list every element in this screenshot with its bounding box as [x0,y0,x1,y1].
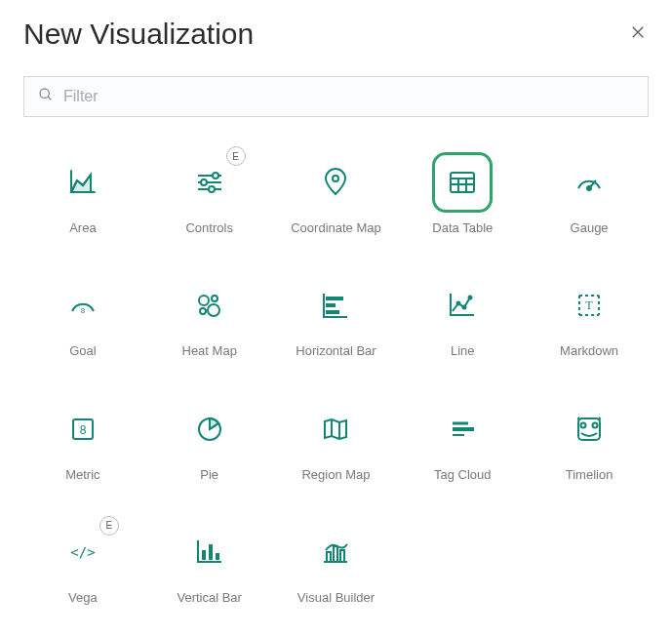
viz-tile-gauge[interactable]: Gauge [532,152,647,236]
viz-tile-visual-builder[interactable]: Visual Builder [279,522,394,606]
viz-tile-label: Coordinate Map [291,220,381,236]
close-button[interactable] [627,21,649,47]
svg-point-5 [201,179,207,185]
coordinate-map-icon [305,152,366,213]
metric-icon: 8 [53,399,113,459]
svg-point-0 [40,89,49,98]
viz-tile-label: Line [451,343,475,359]
goal-icon: 8 [53,275,113,336]
svg-rect-46 [334,546,337,562]
visual-builder-icon [305,522,366,582]
close-icon [631,25,645,42]
filter-container[interactable] [23,76,649,117]
viz-tile-label: Tag Cloud [434,467,492,483]
viz-tile-coordinate-map[interactable]: Coordinate Map [279,152,394,236]
viz-tile-controls[interactable]: EControls [152,152,267,236]
viz-tile-label: Heat Map [182,343,237,359]
svg-line-1 [48,97,51,99]
viz-tile-label: Horizontal Bar [296,343,376,359]
viz-tile-label: Vega [68,590,98,606]
viz-tile-label: Goal [69,343,96,359]
svg-text:</>: </> [70,544,95,560]
filter-input[interactable] [63,88,634,105]
viz-tile-line[interactable]: Line [405,275,520,359]
svg-point-17 [199,296,209,305]
viz-tile-label: Metric [65,467,99,483]
viz-tile-horizontal-bar[interactable]: Horizontal Bar [279,275,394,359]
dialog-title: New Visualization [23,18,254,51]
svg-point-8 [333,176,338,181]
heat-map-icon [179,275,240,336]
svg-point-3 [213,173,218,179]
viz-tile-tag-cloud[interactable]: Tag Cloud [405,399,520,483]
viz-tile-label: Visual Builder [297,590,375,606]
line-icon [432,275,493,336]
viz-tile-region-map[interactable]: Region Map [279,399,394,483]
viz-tile-metric[interactable]: 8Metric [25,399,140,483]
viz-tile-pie[interactable]: Pie [152,399,267,483]
svg-point-38 [581,422,586,427]
svg-point-39 [593,422,598,427]
svg-rect-43 [209,544,213,560]
viz-tile-label: Vertical Bar [177,590,241,606]
experimental-badge: E [99,516,119,536]
viz-tile-label: Pie [200,467,218,483]
region-map-icon [305,399,366,459]
svg-rect-9 [451,173,474,192]
svg-point-19 [208,304,219,316]
viz-tile-timelion[interactable]: Timelion [532,399,647,483]
viz-tile-label: Controls [185,220,232,236]
svg-point-18 [212,296,217,301]
data-table-icon [432,152,493,213]
svg-point-7 [209,186,215,192]
viz-tile-label: Region Map [301,467,370,483]
viz-tile-label: Markdown [560,343,618,359]
visualization-grid: AreaEControlsCoordinate MapData TableGau… [23,152,649,606]
markdown-icon: T [559,275,619,336]
viz-tile-label: Data Table [432,220,493,236]
vertical-bar-icon [179,522,240,582]
experimental-badge: E [226,146,246,166]
viz-tile-label: Gauge [571,220,609,236]
viz-tile-heat-map[interactable]: Heat Map [152,275,267,359]
timelion-icon [559,399,619,459]
area-icon [53,152,113,213]
vega-icon: </>E [53,522,113,582]
tag-cloud-icon [432,399,493,459]
viz-tile-data-table[interactable]: Data Table [405,152,520,236]
svg-text:8: 8 [81,306,86,315]
viz-tile-label: Area [69,220,96,236]
svg-point-20 [200,308,206,314]
viz-tile-label: Timelion [566,467,613,483]
pie-icon [179,399,240,459]
viz-tile-vega[interactable]: </>EVega [25,522,140,606]
viz-tile-area[interactable]: Area [25,152,140,236]
horizontal-bar-icon [305,275,366,336]
viz-tile-markdown[interactable]: TMarkdown [532,275,647,359]
svg-rect-45 [327,552,331,562]
svg-rect-44 [216,553,219,560]
svg-text:T: T [585,298,593,312]
svg-rect-47 [340,550,344,562]
svg-rect-21 [326,297,343,300]
controls-icon: E [179,152,240,213]
svg-rect-23 [326,310,339,314]
svg-text:8: 8 [80,423,87,437]
svg-rect-42 [202,550,206,560]
svg-point-25 [463,306,466,309]
dialog-header: New Visualization [23,18,649,51]
viz-tile-goal[interactable]: 8Goal [25,275,140,359]
svg-point-26 [469,297,472,299]
gauge-icon [559,152,619,213]
viz-tile-vertical-bar[interactable]: Vertical Bar [152,522,267,606]
svg-point-24 [457,302,460,305]
search-icon [38,87,54,106]
svg-rect-22 [326,303,336,307]
